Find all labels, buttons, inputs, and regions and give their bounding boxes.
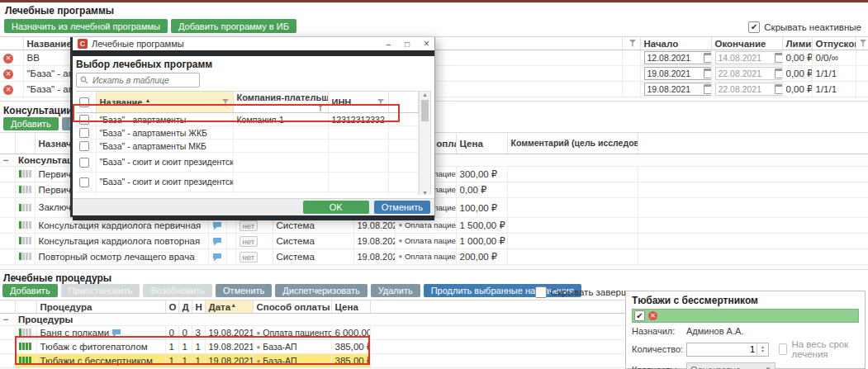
filter-icon[interactable] (377, 99, 385, 106)
procedures-group-row[interactable]: − Процедуры (0, 314, 625, 326)
dialog-titlebar[interactable]: С Лечебные программы – □ × (73, 37, 434, 50)
quantity-input[interactable] (687, 343, 757, 355)
end-date-field[interactable]: 22.08.2021 (715, 67, 783, 80)
procedures-dispatch-button[interactable]: Диспетчеризовать (275, 284, 367, 297)
consultations-add-button[interactable]: Добавить (3, 117, 59, 130)
procedure-row[interactable]: Тюбаж с фитогепатолом 1 1 1 19.08.2021 ●… (0, 340, 625, 354)
collapse-icon[interactable]: − (0, 154, 15, 167)
col-header-payment[interactable]: Способ оплаты (253, 300, 331, 314)
row-checkbox[interactable]: ✔ (79, 128, 89, 138)
col-header-name[interactable]: Название ▲ (96, 92, 233, 113)
comment-icon[interactable] (111, 329, 121, 338)
spinner-arrows-icon[interactable]: ▲▼ (757, 343, 768, 356)
procedures-cancel-button[interactable]: Отменить (216, 284, 272, 297)
dialog-row[interactable]: ✔ "База" - апартаменты ЖКБ (76, 126, 418, 140)
procedures-add-button[interactable]: Добавить (2, 284, 58, 297)
hide-completed-checkbox[interactable]: ✔ (535, 286, 547, 298)
col-header-end[interactable]: Окончание (711, 37, 782, 50)
scroll-up-icon[interactable]: ▲ (422, 92, 428, 97)
col-header-inn[interactable]: ИНН (328, 92, 388, 113)
frequency-select[interactable]: Однократно ▼ (686, 362, 776, 369)
comment-cell[interactable] (507, 234, 638, 249)
row-checkbox[interactable]: ✔ (79, 115, 89, 125)
comment-cell[interactable] (507, 218, 638, 234)
calendar-icon[interactable] (704, 84, 712, 94)
procedures-pause-button[interactable]: Приостановить (61, 284, 140, 297)
dialog-row[interactable]: ✔ "База" - апартаменты МКБ (76, 140, 418, 153)
cancel-program-icon[interactable]: ✕ (3, 54, 13, 64)
details-active-checkbox[interactable]: ✔ (634, 310, 645, 321)
col-header-vacations[interactable]: Отпусков (812, 37, 856, 50)
consultation-row[interactable]: Консультация кардиолога повторная нет Си… (0, 234, 868, 249)
row-checkbox[interactable]: ✔ (79, 177, 89, 187)
details-cancel-icon[interactable]: ✕ (648, 311, 657, 320)
comment-cell[interactable] (507, 182, 638, 198)
procedures-delete-button[interactable]: Удалить (371, 284, 420, 297)
consultation-row[interactable]: Повторный осмотр лечащего врача нет Сист… (0, 249, 868, 265)
hide-inactive-checkbox[interactable]: ✔ (748, 21, 760, 33)
collapse-icon[interactable]: − (0, 314, 15, 326)
search-box[interactable] (76, 73, 200, 88)
col-header-payer[interactable]: Компания-плательщик (233, 92, 328, 113)
dialog-row[interactable]: ✔ "База" - сюит и сюит президентский (76, 153, 418, 173)
comment-cell[interactable] (507, 249, 638, 265)
dialog-row[interactable]: ✔ "База" - сюит и сюит президентский ЖКБ (76, 173, 418, 192)
col-header-date[interactable]: Дата▲ (205, 300, 253, 314)
scroll-down-icon[interactable]: ▼ (422, 190, 428, 195)
col-header-n[interactable]: Н (192, 300, 205, 314)
start-date-field[interactable]: 19.08.2021 (644, 67, 712, 80)
maximize-button[interactable]: □ (405, 40, 410, 49)
comment-icon[interactable] (212, 221, 222, 230)
filter-icon[interactable] (629, 40, 637, 47)
full-period-checkbox[interactable]: ✔ (779, 343, 787, 355)
procedure-row-selected[interactable]: Тюбажи с бессмертником 1 1 1 19.08.2021 … (0, 354, 625, 368)
row-checkbox[interactable]: ✔ (79, 141, 89, 151)
start-date-field[interactable]: 19.08.2021 (644, 83, 712, 96)
filter-icon[interactable] (222, 99, 230, 106)
hide-inactive-toggle[interactable]: ✔ Скрывать неактивные (748, 21, 861, 33)
payment-value: Оплата пациентом (405, 252, 456, 261)
cancel-program-icon[interactable]: ✕ (3, 69, 13, 79)
add-program-to-ib-button[interactable]: Добавить программу в ИБ (171, 19, 296, 33)
select-all-checkbox[interactable]: ✔ (79, 97, 89, 107)
close-button[interactable]: × (424, 38, 429, 50)
col-header-price[interactable]: Цена (456, 133, 507, 154)
start-date-field[interactable]: 12.08.2021 (644, 51, 712, 64)
comment-cell[interactable] (507, 167, 638, 182)
col-header-procedure[interactable]: Процедура (36, 300, 165, 314)
calendar-icon[interactable] (775, 53, 783, 63)
cancel-program-icon[interactable]: ✕ (3, 85, 13, 95)
scroll-thumb[interactable] (421, 100, 429, 121)
sort-asc-icon: ▲ (230, 302, 236, 308)
quantity-stepper[interactable]: ▲▼ (686, 343, 769, 357)
procedures-resume-button[interactable]: Возобновить (143, 284, 212, 297)
filter-icon[interactable] (860, 40, 867, 47)
comment-cell[interactable] (507, 198, 638, 218)
end-date-field[interactable]: 22.08.2021 (715, 83, 783, 96)
comment-icon[interactable] (212, 237, 222, 246)
col-header-start[interactable]: Начало (640, 37, 711, 50)
calendar-icon[interactable] (704, 69, 712, 78)
dialog-row[interactable]: ✔ "База" - сюит и сюит президентский МКБ (76, 192, 418, 196)
end-date-field[interactable]: 14.08.2021 (715, 51, 783, 64)
assign-from-program-button[interactable]: Назначить из лечебной программы (4, 19, 168, 33)
col-header-d[interactable]: Д (178, 300, 192, 314)
col-header-limit[interactable]: Лимит (782, 37, 812, 50)
col-header-comment[interactable]: Комментарий (цель исследования/консульта… (507, 133, 638, 154)
minimize-button[interactable]: – (386, 40, 391, 49)
calendar-icon[interactable] (775, 84, 783, 94)
cancel-button[interactable]: Отменить (374, 201, 430, 214)
procedure-row[interactable]: Баня с полками 0 0 3 19.08.2021 ● Оплата… (0, 326, 625, 340)
row-checkbox[interactable]: ✔ (79, 158, 89, 168)
vertical-scrollbar[interactable]: ▲ ▼ (419, 91, 431, 195)
col-header-price[interactable]: Цена (331, 300, 370, 314)
col-header-o[interactable]: О (165, 300, 178, 314)
dialog-row[interactable]: ✔ "База" - апартаменты Компания-1 123123… (76, 113, 418, 126)
filter-icon[interactable] (317, 104, 325, 111)
calendar-icon[interactable] (704, 53, 712, 63)
calendar-icon[interactable] (775, 69, 783, 78)
search-input[interactable] (91, 74, 185, 86)
inn-value: 12312312332 (328, 113, 388, 126)
comment-icon[interactable] (212, 253, 222, 262)
ok-button[interactable]: OK (303, 201, 369, 214)
